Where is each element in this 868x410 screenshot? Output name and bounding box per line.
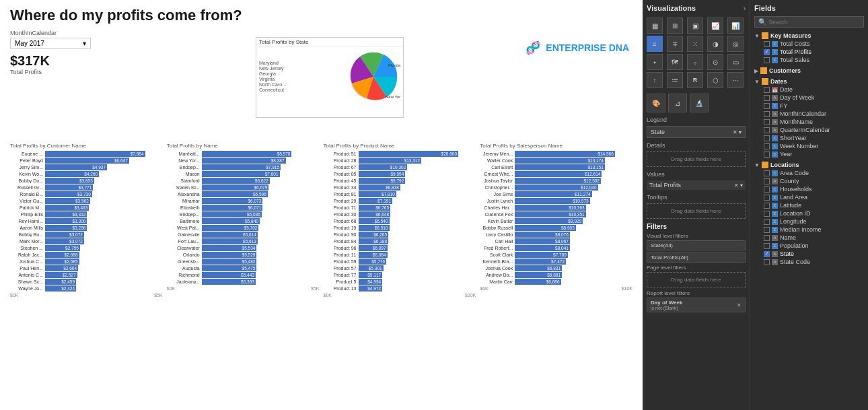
field-checkbox[interactable]: [764, 143, 770, 149]
field-checkbox[interactable]: [764, 95, 770, 101]
legend-dropdown-x[interactable]: ✕ ▾: [733, 129, 742, 135]
field-item[interactable]: Σ ShortYear: [754, 134, 864, 142]
field-item[interactable]: A Day of Week: [754, 94, 864, 102]
viz-icon-donut[interactable]: ◎: [727, 36, 744, 52]
field-item[interactable]: 📅 Date: [754, 86, 864, 94]
page-filters-drag[interactable]: Drag data fields here: [647, 272, 746, 287]
bar-row: Product 30 $6,648: [324, 211, 476, 217]
field-item[interactable]: A Name: [754, 234, 864, 242]
field-checkbox[interactable]: [764, 219, 770, 225]
field-checkbox[interactable]: ✓: [764, 49, 770, 55]
report-filter-chip[interactable]: Day of Week is not (Blank) ✕: [647, 298, 746, 312]
field-checkbox[interactable]: [764, 135, 770, 141]
field-checkbox[interactable]: [764, 57, 770, 63]
viz-icon-line[interactable]: 📈: [707, 18, 723, 34]
field-item[interactable]: A MonthName: [754, 118, 864, 126]
field-checkbox[interactable]: [764, 151, 770, 158]
field-checkbox[interactable]: [764, 111, 770, 117]
viz-icon-kpi[interactable]: ↑: [647, 72, 663, 88]
bar-value: $8,903: [561, 226, 576, 230]
field-checkbox[interactable]: [764, 103, 770, 109]
bar-label: Joshua Taylor: [480, 178, 515, 183]
tooltips-drag-area[interactable]: Drag data fields here: [647, 203, 746, 219]
viz-icon-matrix[interactable]: ▣: [687, 18, 703, 34]
report-filters-label: Report level filters: [647, 290, 746, 296]
field-name: Day of Week: [780, 94, 814, 101]
values-field-row[interactable]: Total Profits ✕ ▾: [647, 180, 746, 190]
field-item[interactable]: Σ Households: [754, 185, 864, 193]
field-item[interactable]: Σ Latitude: [754, 201, 864, 209]
bar-value: $5,529: [242, 252, 257, 257]
field-item[interactable]: Σ Longitude: [754, 217, 864, 226]
field-checkbox[interactable]: [764, 186, 770, 193]
field-checkbox[interactable]: [764, 195, 770, 201]
field-checkbox[interactable]: [764, 227, 770, 233]
field-item[interactable]: A MonthInCalendar: [754, 110, 864, 118]
field-item[interactable]: Σ Total Costs: [754, 40, 864, 48]
field-checkbox[interactable]: [764, 211, 770, 217]
bar: $5,614: [202, 232, 258, 238]
filter-chip-profits[interactable]: Total Profits(All): [647, 252, 746, 263]
viz-icon-paint[interactable]: 🎨: [647, 94, 665, 112]
viz-icon-treemap[interactable]: ▪: [647, 54, 663, 70]
field-checkbox[interactable]: ✓: [764, 251, 770, 257]
field-checkbox[interactable]: [764, 41, 770, 47]
field-checkbox[interactable]: [764, 235, 770, 241]
field-item[interactable]: Σ FY: [754, 102, 864, 110]
filter-section: Filters Visual level filters State(All) …: [647, 223, 746, 312]
bar-wrap: $6,648: [359, 211, 476, 217]
viz-icon-more[interactable]: ···: [727, 72, 744, 88]
search-box[interactable]: 🔍: [754, 16, 864, 28]
field-item[interactable]: A QuarterInCalendar: [754, 126, 864, 134]
field-item[interactable]: ✓ Σ Total Profits: [754, 48, 864, 56]
field-group-header[interactable]: ▶ Customers: [754, 67, 864, 75]
field-item[interactable]: Σ Location ID: [754, 209, 864, 217]
viz-expand-icon[interactable]: ›: [744, 5, 746, 12]
viz-icon-r[interactable]: R: [687, 72, 703, 88]
viz-icon-stacked-bar[interactable]: ≡: [647, 36, 663, 52]
filter-chip-state[interactable]: State(All): [647, 240, 746, 250]
month-dropdown[interactable]: May 2017 ▾: [10, 38, 91, 49]
field-group-header[interactable]: ▼ Key Measures: [754, 32, 864, 40]
field-item[interactable]: Σ Land Area: [754, 193, 864, 201]
search-input[interactable]: [768, 19, 860, 26]
bar-row: Augusta $5,475: [167, 265, 320, 271]
field-item[interactable]: A State Code: [754, 258, 864, 266]
viz-icon-scatter[interactable]: ⁙: [687, 36, 703, 52]
legend-dropdown[interactable]: State ✕ ▾: [647, 126, 746, 138]
viz-icon-gauge[interactable]: ⊙: [707, 54, 723, 70]
viz-icon-analytics[interactable]: 🔬: [690, 94, 709, 112]
field-checkbox[interactable]: [764, 87, 770, 93]
field-checkbox[interactable]: [764, 178, 770, 184]
field-group-header[interactable]: ▼ Dates: [754, 77, 864, 86]
field-item[interactable]: Σ Total Sales: [754, 56, 864, 64]
viz-icon-area[interactable]: 📊: [727, 18, 744, 34]
field-checkbox[interactable]: [764, 127, 770, 133]
field-item[interactable]: ✓ A State: [754, 250, 864, 258]
viz-icon-bar[interactable]: ▦: [647, 18, 663, 34]
field-group-header[interactable]: ▼ Locations: [754, 161, 864, 169]
viz-icon-card[interactable]: ▭: [727, 54, 744, 70]
viz-icon-map[interactable]: 🗺: [667, 54, 683, 70]
field-item[interactable]: Σ Population: [754, 242, 864, 250]
field-item[interactable]: A County: [754, 177, 864, 185]
field-checkbox[interactable]: [764, 119, 770, 125]
viz-icon-funnel[interactable]: ⬦: [687, 54, 703, 70]
viz-icon-pie[interactable]: ◑: [707, 36, 723, 52]
bar-label: Charles Har...: [480, 205, 515, 210]
viz-icon-slicer[interactable]: ≔: [667, 72, 683, 88]
details-drag-area[interactable]: Drag data fields here: [647, 151, 746, 167]
field-item[interactable]: Σ Year: [754, 150, 864, 158]
report-filter-x[interactable]: ✕: [737, 302, 742, 308]
field-checkbox[interactable]: [764, 203, 770, 209]
field-checkbox[interactable]: [764, 259, 770, 265]
field-item[interactable]: Σ Area Code: [754, 169, 864, 177]
field-checkbox[interactable]: [764, 243, 770, 249]
field-item[interactable]: Σ Week Number: [754, 142, 864, 150]
viz-icon-filter-tool[interactable]: ⊿: [668, 94, 687, 112]
viz-icon-table[interactable]: ⊞: [667, 18, 683, 34]
field-item[interactable]: Σ Median Income: [754, 226, 864, 234]
viz-icon-combo[interactable]: ∓: [667, 36, 683, 52]
field-checkbox[interactable]: [764, 170, 770, 176]
viz-icon-python[interactable]: ⬡: [707, 72, 723, 88]
